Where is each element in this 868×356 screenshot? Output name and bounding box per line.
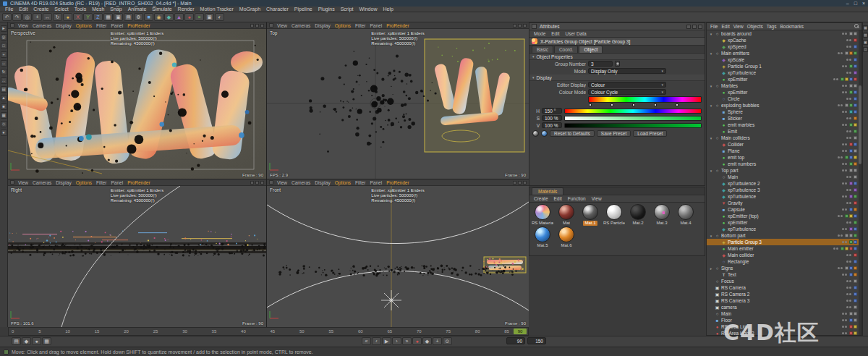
transport-button[interactable]: «: [362, 337, 371, 345]
viewport-menu-item[interactable]: Options: [335, 22, 351, 29]
transport-button[interactable]: ›: [392, 337, 401, 345]
viewport-menu-item[interactable]: Filter: [355, 22, 365, 29]
object-row[interactable]: ◆Collider: [707, 141, 859, 148]
visibility-dots[interactable]: [842, 208, 847, 211]
object-name[interactable]: Bottom part: [721, 232, 836, 239]
viewport-menu-item[interactable]: Cameras: [292, 179, 310, 186]
tag-icons[interactable]: [854, 292, 857, 296]
object-name[interactable]: RS Camera: [721, 284, 845, 291]
object-row[interactable]: ▣RS Camera: [707, 284, 859, 291]
tag-icons[interactable]: [854, 38, 857, 42]
material-item[interactable]: RS Particle: [603, 204, 625, 226]
visibility-dots[interactable]: [838, 104, 843, 106]
left-toolbar-icon[interactable]: ▦: [1, 112, 7, 119]
visibility-dots[interactable]: [842, 182, 847, 185]
materials-tab[interactable]: Materials: [532, 187, 563, 195]
menu-item[interactable]: Pipeline: [292, 7, 315, 12]
window-buttons[interactable]: – □ ×: [846, 0, 865, 7]
object-name[interactable]: Text: [728, 271, 841, 278]
preview-sphere-icon[interactable]: [532, 130, 539, 137]
tag-icons[interactable]: [849, 195, 857, 198]
left-toolbar-icon[interactable]: ↻: [1, 69, 7, 75]
menu-item[interactable]: Help: [380, 7, 396, 12]
visibility-dots[interactable]: [842, 332, 847, 334]
visibility-dots[interactable]: [846, 137, 851, 139]
tag-icons[interactable]: [849, 143, 857, 146]
object-name[interactable]: xpTurbulence 3: [728, 187, 845, 193]
material-thumbnail[interactable]: [558, 204, 574, 220]
tag-icons[interactable]: [854, 279, 857, 283]
object-row[interactable]: ◆xpSpeed: [707, 43, 859, 50]
object-row[interactable]: ●xpEmitter: [707, 89, 859, 96]
transport-left-icon[interactable]: ▤: [12, 337, 21, 345]
object-name[interactable]: xpTurbulence: [728, 69, 845, 76]
material-thumbnail[interactable]: [630, 204, 646, 220]
tag-icons[interactable]: [845, 103, 857, 107]
visibility-dots[interactable]: [846, 300, 851, 302]
visibility-dots[interactable]: [838, 234, 843, 237]
object-row[interactable]: ●Main emitter: [707, 245, 859, 252]
viewport-menu-item[interactable]: Panel: [111, 179, 124, 186]
object-name[interactable]: Main emitter: [728, 245, 832, 252]
object-name[interactable]: Rectangle: [728, 258, 845, 265]
panel-menu-icon[interactable]: [532, 24, 537, 29]
object-name[interactable]: Sticker: [728, 115, 845, 122]
menu-item[interactable]: File: [2, 7, 16, 12]
toolbar-icon[interactable]: ▣: [114, 13, 123, 21]
menu-item[interactable]: MoGraph: [237, 7, 263, 12]
material-item[interactable]: Mat.6: [556, 226, 577, 248]
viewport-grip-icon[interactable]: [10, 23, 14, 27]
attributes-menu-item[interactable]: Edit: [549, 31, 561, 36]
toolbar-icon[interactable]: Y: [83, 13, 93, 21]
toolbar-icon[interactable]: ●: [184, 13, 194, 21]
transport-left-icon[interactable]: ◆: [22, 337, 31, 345]
tag-icons[interactable]: [854, 136, 857, 140]
toolbar-icon[interactable]: ▲: [174, 13, 184, 21]
object-name[interactable]: Main: [728, 174, 845, 180]
playhead[interactable]: 90: [514, 329, 527, 334]
viewport-menu-item[interactable]: Filter: [96, 22, 106, 29]
object-name[interactable]: exploding bubbles: [721, 102, 836, 109]
object-name[interactable]: emit top: [728, 154, 836, 161]
visibility-dots[interactable]: [842, 163, 847, 165]
left-toolbar-icon[interactable]: ◇: [1, 121, 7, 127]
viewport-grip-icon[interactable]: [269, 23, 273, 27]
tag-icons[interactable]: [849, 273, 857, 276]
toolbar-icon[interactable]: ■: [144, 13, 153, 21]
editor-display-dropdown[interactable]: Colour: [588, 82, 666, 88]
object-name[interactable]: xpEmitter (top): [728, 213, 836, 219]
object-manager-menu-item[interactable]: Bookmarks: [778, 24, 805, 29]
viewport-menu-item[interactable]: View: [18, 22, 28, 29]
visibility-dots[interactable]: [842, 169, 847, 171]
viewport-menu-item[interactable]: Panel: [370, 179, 383, 186]
left-toolbar-icon[interactable]: □: [1, 43, 7, 49]
toolbar-icon[interactable]: ▣: [205, 13, 214, 21]
left-toolbar-icon[interactable]: ■: [1, 103, 7, 110]
toolbar-icon[interactable]: ⚙: [134, 13, 143, 21]
visibility-dots[interactable]: [846, 306, 851, 308]
object-row[interactable]: ○Main: [707, 310, 859, 317]
current-frame-field[interactable]: 90: [506, 337, 525, 344]
tag-icons[interactable]: [849, 182, 857, 185]
viewport-menu-item[interactable]: Cameras: [292, 22, 310, 29]
transport-button[interactable]: +: [433, 337, 442, 345]
visibility-dots[interactable]: [842, 143, 847, 145]
object-name[interactable]: Focus: [721, 278, 845, 284]
tag-icons[interactable]: [849, 84, 857, 88]
visibility-dots[interactable]: [846, 280, 851, 282]
tag-icons[interactable]: [845, 266, 857, 270]
left-toolbar-icon[interactable]: ∴: [1, 77, 7, 84]
viewport-window-buttons[interactable]: [250, 181, 264, 185]
object-name[interactable]: Plane: [728, 148, 841, 154]
viewport-canvas-front[interactable]: Front Emitter: xpEmitter 1 Enders Live p…: [267, 186, 529, 327]
tag-icons[interactable]: [849, 64, 857, 68]
object-row[interactable]: ■Sticker: [707, 115, 859, 122]
viewport-menu-item[interactable]: Options: [76, 179, 92, 186]
tag-icons[interactable]: [841, 247, 857, 250]
menu-item[interactable]: Script: [338, 7, 357, 12]
right-strip-icon[interactable]: ▣: [863, 40, 868, 45]
viewport-menu-item[interactable]: ProRender: [386, 22, 409, 29]
material-item[interactable]: Mat.2: [627, 204, 649, 226]
object-name[interactable]: Particle Group 1: [728, 63, 841, 69]
tag-icons[interactable]: [854, 175, 857, 179]
